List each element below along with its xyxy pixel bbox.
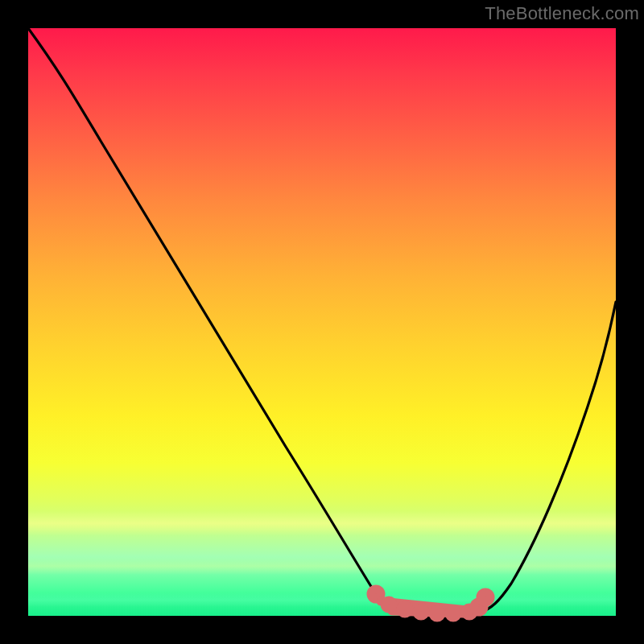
svg-point-4 xyxy=(401,605,409,613)
svg-point-3 xyxy=(385,601,393,609)
svg-point-10 xyxy=(481,592,490,602)
bottleneck-curve-svg xyxy=(28,28,616,616)
bottleneck-curve-path xyxy=(28,28,616,616)
svg-point-6 xyxy=(433,609,441,617)
svg-point-7 xyxy=(449,609,457,617)
chart-frame: TheBottleneck.com xyxy=(0,0,644,644)
watermark-text: TheBottleneck.com xyxy=(0,0,644,24)
svg-point-5 xyxy=(417,608,425,616)
plateau-highlight xyxy=(371,589,490,617)
